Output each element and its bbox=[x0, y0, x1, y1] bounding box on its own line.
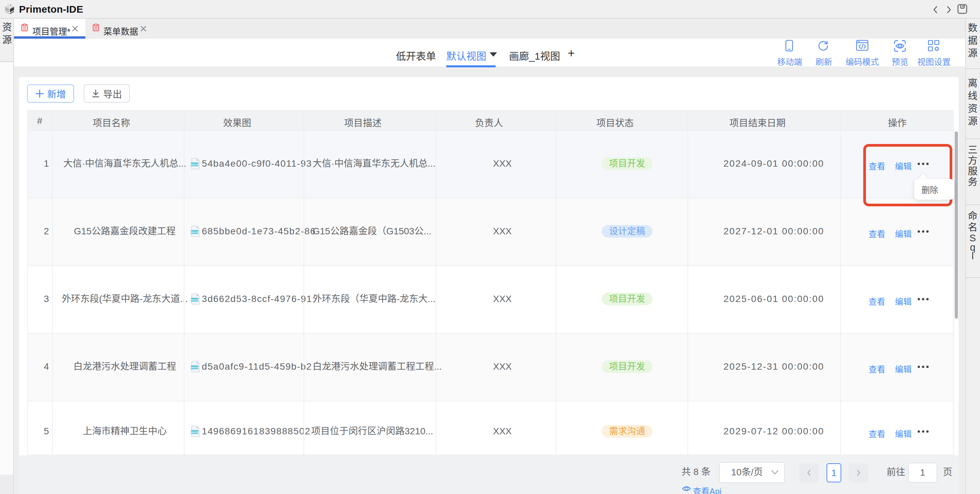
svg-text:IMAGE: IMAGE bbox=[191, 366, 199, 369]
svg-text:IMAGE: IMAGE bbox=[191, 298, 199, 301]
svg-text:IMAGE: IMAGE bbox=[191, 163, 199, 166]
svg-text:IMAGE: IMAGE bbox=[191, 231, 199, 233]
svg-text:IMAGE: IMAGE bbox=[191, 430, 199, 434]
